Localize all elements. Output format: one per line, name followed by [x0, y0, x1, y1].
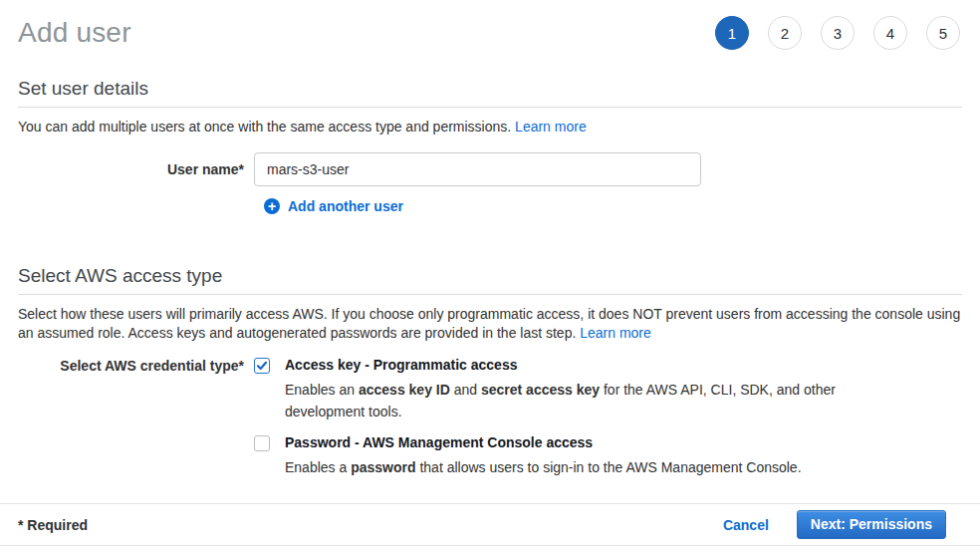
user-details-intro: You can add multiple users at once with … — [18, 118, 962, 137]
option-desc-console: Enables a password that allows users to … — [285, 456, 802, 478]
access-type-intro-text: Select how these users will primarily ac… — [18, 306, 960, 341]
option-text: Password - AWS Management Console access… — [285, 434, 802, 478]
programmatic-access-checkbox[interactable] — [254, 358, 270, 374]
section-divider — [18, 107, 962, 108]
console-access-checkbox[interactable] — [254, 435, 270, 451]
credential-options: Access key - Programmatic access Enables… — [254, 357, 838, 478]
option-console-access: Password - AWS Management Console access… — [254, 434, 838, 478]
learn-more-link-user-details[interactable]: Learn more — [515, 119, 587, 135]
wizard-footer: * Required Cancel Next: Permissions — [0, 503, 980, 546]
required-note: * Required — [18, 517, 88, 533]
learn-more-link-access-type[interactable]: Learn more — [580, 325, 651, 341]
step-circle-1[interactable]: 1 — [715, 16, 749, 50]
option-desc-programmatic: Enables an access key ID and secret acce… — [285, 379, 838, 422]
step-circle-4[interactable]: 4 — [873, 16, 907, 50]
option-programmatic-access: Access key - Programmatic access Enables… — [254, 357, 838, 422]
page-title: Add user — [18, 17, 131, 49]
option-title-programmatic: Access key - Programmatic access — [285, 357, 838, 374]
wizard-header: Add user 1 2 3 4 5 — [18, 0, 962, 50]
footer-actions: Cancel Next: Permissions — [723, 510, 946, 539]
option-title-console: Password - AWS Management Console access — [285, 434, 802, 451]
username-label: User name* — [18, 161, 254, 177]
option-text: Access key - Programmatic access Enables… — [285, 357, 838, 422]
plus-circle-icon: + — [264, 198, 280, 214]
step-circle-3[interactable]: 3 — [821, 16, 855, 50]
user-details-intro-text: You can add multiple users at once with … — [18, 119, 511, 135]
section-heading-access-type: Select AWS access type — [18, 265, 962, 287]
credential-type-row: Select AWS credential type* Access key -… — [18, 357, 962, 478]
next-permissions-button[interactable]: Next: Permissions — [797, 510, 946, 539]
access-type-intro: Select how these users will primarily ac… — [18, 305, 962, 343]
add-user-wizard-page: Add user 1 2 3 4 5 Set user details You … — [0, 0, 980, 478]
username-row: User name* — [18, 152, 962, 186]
check-icon — [256, 360, 268, 372]
step-circle-2[interactable]: 2 — [768, 16, 802, 50]
section-divider — [18, 294, 962, 295]
add-another-user-button[interactable]: + Add another user — [264, 198, 403, 214]
cancel-button[interactable]: Cancel — [723, 517, 769, 533]
step-circle-5[interactable]: 5 — [926, 16, 960, 50]
wizard-step-indicator: 1 2 3 4 5 — [715, 16, 962, 50]
add-another-user-label: Add another user — [288, 198, 403, 214]
credential-type-label: Select AWS credential type* — [18, 357, 254, 374]
section-heading-user-details: Set user details — [18, 78, 962, 100]
username-input[interactable] — [254, 152, 701, 186]
